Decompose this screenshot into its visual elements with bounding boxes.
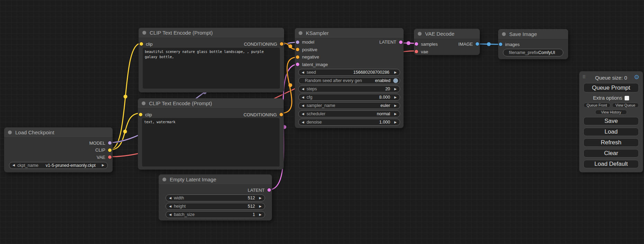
widget-label: denoise <box>307 120 322 125</box>
input-label-clip: clip <box>145 112 152 117</box>
node-title-bar[interactable]: CLIP Text Encode (Prompt) <box>138 98 284 109</box>
filename-prefix-widget[interactable]: filename_prefix ComfyUI <box>503 49 563 56</box>
stepper-left-icon[interactable]: ◀ <box>12 164 15 167</box>
widget-label: batch_size <box>174 212 195 217</box>
output-label-latent: LATENT <box>379 39 396 45</box>
node-save-image: Save Image images filename_prefix ComfyU… <box>498 29 568 59</box>
negative-input-port[interactable] <box>296 55 299 59</box>
collapse-dot-icon[interactable] <box>8 130 12 134</box>
stepper-right-icon[interactable]: ▶ <box>259 205 262 208</box>
stepper-left-icon[interactable]: ◀ <box>302 104 304 107</box>
node-title-bar[interactable]: Load Checkpoint <box>4 127 113 138</box>
collapse-dot-icon[interactable] <box>502 32 506 36</box>
cfg-widget[interactable]: ◀ cfg 8.000 ▶ <box>298 94 400 101</box>
prompt-textarea[interactable]: beautiful scenery nature glass bottle la… <box>143 48 280 89</box>
view-queue-button[interactable]: View Queue <box>612 103 639 108</box>
sampler-name-widget[interactable]: ◀ sampler_name euler ▶ <box>298 102 400 109</box>
node-title-bar[interactable]: CLIP Text Encode (Prompt) <box>139 28 284 38</box>
collapse-dot-icon[interactable] <box>142 101 145 105</box>
queue-prompt-button[interactable]: Queue Prompt <box>583 83 639 92</box>
stepper-left-icon[interactable]: ◀ <box>302 121 304 124</box>
model-output-port[interactable] <box>108 141 112 145</box>
latent-image-input-port[interactable] <box>296 63 299 66</box>
collapse-dot-icon[interactable] <box>418 32 422 36</box>
node-graph-canvas[interactable]: Load Checkpoint MODEL CLIP VAE ◀ ckpt_na… <box>0 0 644 244</box>
vae-output-port[interactable] <box>108 155 112 159</box>
collapse-dot-icon[interactable] <box>162 178 166 181</box>
stepper-left-icon[interactable]: ◀ <box>169 213 171 216</box>
load-button[interactable]: Load <box>583 128 639 136</box>
stepper-left-icon[interactable]: ◀ <box>169 197 171 200</box>
toggle-knob-icon[interactable] <box>393 78 398 83</box>
random-seed-toggle[interactable]: Random seed after every gen enabled <box>298 77 400 84</box>
vae-input-port[interactable] <box>415 50 418 53</box>
widget-value: 512 <box>248 204 255 209</box>
node-title-bar[interactable]: Empty Latent Image <box>159 174 272 185</box>
stepper-left-icon[interactable]: ◀ <box>169 205 171 208</box>
latent-output-port[interactable] <box>267 188 271 192</box>
seed-widget[interactable]: ◀ seed 156680208700286 ▶ <box>298 69 400 76</box>
height-widget[interactable]: ◀ height 512 ▶ <box>166 203 265 210</box>
widget-value: 20 <box>385 87 390 91</box>
clip-output-port[interactable] <box>108 148 112 152</box>
stepper-left-icon[interactable]: ◀ <box>302 112 304 116</box>
clip-input-port[interactable] <box>139 113 142 116</box>
input-label-latent-image: latent_image <box>302 62 328 67</box>
input-label-model: model <box>302 39 314 45</box>
node-title-bar[interactable]: KSampler <box>295 28 404 38</box>
load-default-button[interactable]: Load Default <box>583 160 639 168</box>
stepper-right-icon[interactable]: ▶ <box>394 88 397 91</box>
widget-value: v1-5-pruned-emaonly.ckpt <box>46 163 96 168</box>
images-input-port[interactable] <box>499 43 502 46</box>
model-input-port[interactable] <box>296 40 299 44</box>
positive-input-port[interactable] <box>296 48 299 51</box>
widget-label: sampler_name <box>307 103 335 108</box>
node-title-bar[interactable]: Save Image <box>498 29 568 39</box>
scheduler-widget[interactable]: ◀ scheduler normal ▶ <box>298 110 400 117</box>
widget-value: euler <box>380 103 390 108</box>
clip-input-port[interactable] <box>140 42 143 46</box>
stepper-right-icon[interactable]: ▶ <box>102 164 104 167</box>
widget-value: 512 <box>248 196 255 200</box>
gear-icon[interactable]: ⚙ <box>634 74 639 80</box>
node-title-bar[interactable]: VAE Decode <box>414 29 480 39</box>
stepper-right-icon[interactable]: ▶ <box>259 197 262 200</box>
conditioning-output-port[interactable] <box>280 42 283 46</box>
stepper-right-icon[interactable]: ▶ <box>394 104 397 107</box>
widget-label: scheduler <box>307 111 325 116</box>
save-button[interactable]: Save <box>583 117 639 125</box>
denoise-widget[interactable]: ◀ denoise 1.000 ▶ <box>298 119 400 126</box>
ckpt-name-widget[interactable]: ◀ ckpt_name v1-5-pruned-emaonly.ckpt ▶ <box>9 162 108 169</box>
stepper-right-icon[interactable]: ▶ <box>394 121 397 124</box>
collapse-dot-icon[interactable] <box>142 31 146 35</box>
conditioning-output-port[interactable] <box>280 113 283 116</box>
node-empty-latent-image: Empty Latent Image LATENT ◀ width 512 ▶ … <box>159 174 272 220</box>
wire-clip-negative <box>110 113 140 150</box>
stepper-left-icon[interactable]: ◀ <box>302 96 304 99</box>
queue-front-button[interactable]: Queue Front <box>583 103 610 108</box>
steps-widget[interactable]: ◀ steps 20 ▶ <box>298 85 400 92</box>
clear-button[interactable]: Clear <box>583 149 639 157</box>
width-widget[interactable]: ◀ width 512 ▶ <box>166 195 265 201</box>
batch-size-widget[interactable]: ◀ batch_size 1 ▶ <box>166 211 265 218</box>
image-output-port[interactable] <box>476 42 479 46</box>
output-label-conditioning: CONDITIONING <box>244 42 277 47</box>
stepper-right-icon[interactable]: ▶ <box>394 71 397 74</box>
prompt-textarea[interactable]: text, watermark <box>142 118 280 166</box>
stepper-left-icon[interactable]: ◀ <box>302 71 304 74</box>
samples-input-port[interactable] <box>415 42 418 46</box>
refresh-button[interactable]: Refresh <box>583 138 639 147</box>
output-label-conditioning: CONDITIONING <box>244 112 277 117</box>
latent-output-port[interactable] <box>399 40 403 44</box>
stepper-right-icon[interactable]: ▶ <box>394 96 397 99</box>
collapse-dot-icon[interactable] <box>299 31 302 35</box>
widget-value: 1 <box>253 212 255 217</box>
stepper-right-icon[interactable]: ▶ <box>259 213 262 216</box>
stepper-left-icon[interactable]: ◀ <box>302 88 304 91</box>
drag-handle-icon[interactable]: ⠿ <box>582 75 586 79</box>
extra-options-checkbox[interactable] <box>625 96 629 100</box>
queue-panel: ⠿ Queue size: 0 ⚙ Queue Prompt Extra opt… <box>579 71 643 172</box>
view-history-button[interactable]: View History <box>595 110 627 115</box>
stepper-right-icon[interactable]: ▶ <box>394 112 397 116</box>
node-vae-decode: VAE Decode samples IMAGE vae <box>414 29 480 55</box>
